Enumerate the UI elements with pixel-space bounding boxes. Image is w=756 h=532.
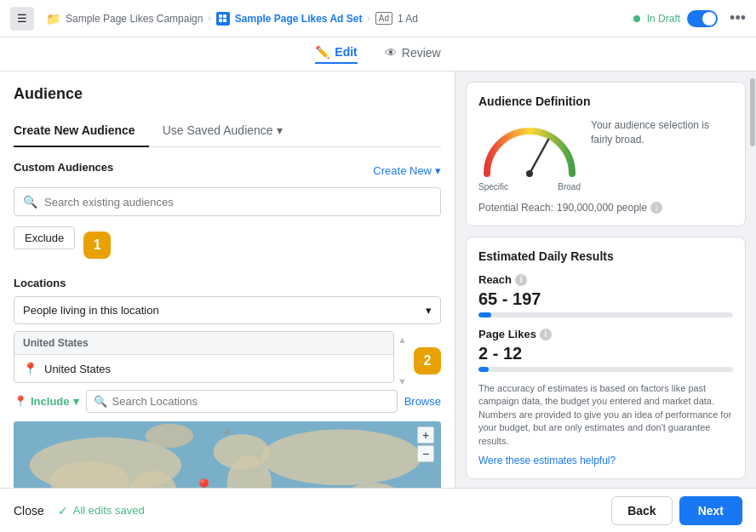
scrollbar-track	[749, 72, 756, 488]
locations-section: Locations People living in this location…	[14, 277, 441, 488]
back-button[interactable]: Back	[611, 496, 672, 525]
location-name: United States	[44, 363, 111, 375]
saved-status: ✓ All edits saved	[58, 504, 145, 518]
gauge-svg	[478, 118, 581, 178]
tab-use-saved-audience[interactable]: Use Saved Audience ▾	[163, 117, 296, 147]
ad-label[interactable]: 1 Ad	[398, 13, 418, 25]
search-locations-input[interactable]	[112, 395, 390, 408]
adset-label[interactable]: Sample Page Likes Ad Set	[235, 13, 363, 25]
reach-label: Reach i	[478, 273, 733, 286]
reach-bar	[478, 312, 733, 317]
tab-review[interactable]: 👁 Review	[385, 46, 441, 63]
location-pin-icon: 📍	[23, 362, 37, 375]
pin-include-icon: 📍	[14, 395, 27, 408]
left-panel: Audience Create New Audience Use Saved A…	[0, 72, 455, 488]
chevron-down-icon: ▾	[277, 123, 283, 137]
breadcrumb-chevron-1: ›	[208, 14, 210, 23]
check-icon: ✓	[58, 504, 68, 518]
helpful-link[interactable]: Were these estimates helpful?	[478, 455, 733, 466]
potential-reach: Potential Reach: 190,000,000 people i	[478, 202, 733, 214]
edit-review-bar: ✏️ Edit 👁 Review	[0, 37, 756, 72]
svg-line-9	[530, 140, 548, 174]
status-text: In Draft	[647, 13, 680, 25]
location-dropdown[interactable]: People living in this location ▾	[14, 296, 441, 324]
more-options-icon[interactable]: •••	[730, 9, 746, 27]
right-buttons: Back Next	[611, 496, 742, 525]
potential-reach-info-icon[interactable]: i	[650, 202, 662, 214]
audience-selection-desc: Your audience selection is fairly broad.	[591, 118, 733, 147]
gauge-area: Specific Broad Your audience selection i…	[478, 118, 733, 192]
saved-status-text: All edits saved	[73, 504, 145, 517]
reach-value: 65 - 197	[478, 289, 733, 309]
page-likes-bar-fill	[478, 367, 489, 372]
tab-edit[interactable]: ✏️ Edit	[315, 45, 357, 64]
exclude-button[interactable]: Exclude	[14, 226, 75, 249]
location-list-header: United States	[14, 332, 393, 355]
gauge-labels: Specific Broad	[478, 182, 581, 192]
breadcrumb: 📁 Sample Page Likes Campaign › Sample Pa…	[46, 12, 628, 26]
breadcrumb-chevron-2: ›	[367, 14, 369, 23]
map-area: 📍 + − ▲	[14, 421, 441, 488]
page-likes-value: 2 - 12	[478, 344, 733, 363]
reach-metric: Reach i 65 - 197	[478, 273, 733, 317]
chevron-down-location-icon: ▾	[426, 304, 432, 317]
browse-link[interactable]: Browse	[404, 395, 441, 408]
right-panel: Audience Definition	[455, 72, 756, 488]
potential-reach-value: 190,000,000 people	[557, 202, 647, 214]
create-new-link[interactable]: Create New ▾	[373, 164, 441, 177]
custom-audience-search-box[interactable]: 🔍	[14, 187, 441, 216]
gauge-container: Specific Broad	[478, 118, 581, 192]
map-zoom-controls: + −	[417, 426, 434, 462]
chevron-down-include-icon: ▾	[73, 395, 79, 408]
top-nav: ☰ 📁 Sample Page Likes Campaign › Sample …	[0, 0, 756, 37]
list-item: 📍 United States	[14, 355, 393, 382]
reach-info-icon[interactable]: i	[515, 274, 527, 286]
custom-audiences-row: Custom Audiences Create New ▾	[14, 161, 441, 180]
map-zoom-out-button[interactable]: −	[417, 445, 434, 462]
status-dot	[633, 15, 640, 22]
page-likes-bar	[478, 367, 733, 372]
tab-create-new-audience[interactable]: Create New Audience	[14, 117, 149, 147]
search-input[interactable]	[44, 196, 432, 209]
locations-label: Locations	[14, 277, 441, 289]
include-row: 📍 Include ▾ 🔍 Browse	[14, 390, 441, 413]
audience-tabs: Create New Audience Use Saved Audience ▾	[14, 117, 441, 147]
eye-icon: 👁	[385, 46, 397, 60]
page-title: Audience	[14, 85, 441, 103]
ad-icon: Ad	[375, 12, 392, 25]
campaign-label[interactable]: Sample Page Likes Campaign	[66, 13, 203, 25]
step-2-badge: 2	[414, 347, 441, 375]
step-1-badge: 1	[83, 232, 111, 259]
page-likes-metric: Page Likes i 2 - 12	[478, 328, 733, 372]
scroll-down-icon[interactable]: ▼	[398, 376, 407, 386]
sidebar-toggle[interactable]: ☰	[10, 7, 34, 31]
location-list-scroll[interactable]: 📍 United States	[14, 355, 393, 382]
map-scroll-up-icon: ▲	[222, 425, 232, 437]
adset-icon	[216, 12, 230, 26]
campaign-folder-icon: 📁	[46, 12, 60, 26]
search-locations-box[interactable]: 🔍	[86, 390, 398, 413]
next-button[interactable]: Next	[679, 496, 742, 525]
map-pin-icon: 📍	[193, 478, 215, 488]
scroll-up-icon[interactable]: ▲	[398, 335, 407, 345]
reach-bar-fill	[478, 312, 491, 317]
pencil-icon: ✏️	[315, 45, 329, 59]
audience-definition-card: Audience Definition	[466, 82, 746, 226]
gauge-broad-label: Broad	[558, 182, 581, 192]
search-locations-icon: 🔍	[94, 395, 107, 408]
bottom-bar: Close ✓ All edits saved Back Next	[0, 488, 756, 532]
main-layout: Audience Create New Audience Use Saved A…	[0, 72, 756, 488]
map-zoom-in-button[interactable]: +	[417, 426, 434, 443]
close-button[interactable]: Close	[14, 504, 44, 518]
svg-point-6	[261, 429, 421, 485]
page-likes-info-icon[interactable]: i	[540, 329, 552, 340]
potential-reach-label: Potential Reach:	[478, 202, 553, 214]
include-button[interactable]: 📍 Include ▾	[14, 395, 79, 408]
draft-toggle[interactable]	[687, 10, 718, 27]
estimated-daily-results-card: Estimated Daily Results Reach i 65 - 197…	[466, 237, 746, 479]
location-dropdown-value: People living in this location	[23, 304, 159, 317]
scrollbar-thumb[interactable]	[750, 78, 755, 146]
estimated-daily-title: Estimated Daily Results	[478, 249, 733, 263]
sidebar-toggle-icon: ☰	[17, 12, 27, 25]
audience-def-title: Audience Definition	[478, 94, 733, 108]
